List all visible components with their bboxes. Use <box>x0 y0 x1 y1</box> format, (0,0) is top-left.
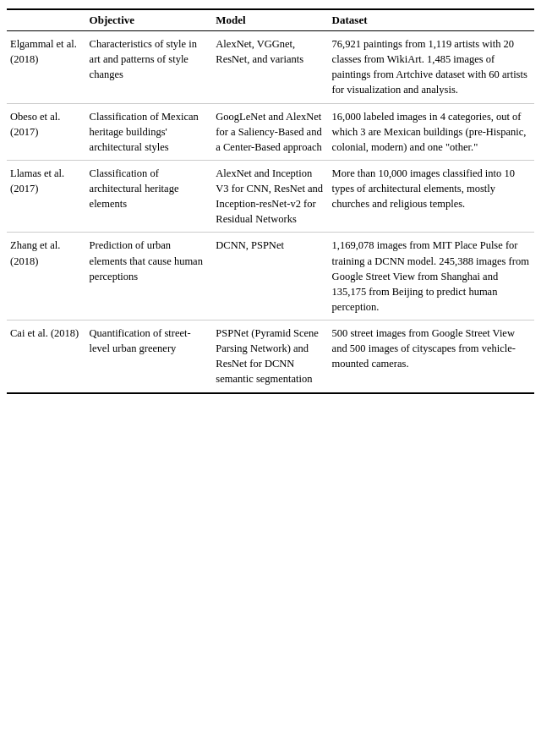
header-dataset: Dataset <box>329 9 534 31</box>
table-row: Cai et al. (2018)Quantification of stree… <box>7 320 534 393</box>
cell-dataset: 76,921 paintings from 1,119 artists with… <box>329 31 534 104</box>
cell-dataset: 500 street images from Google Street Vie… <box>329 320 534 393</box>
cell-model: PSPNet (Pyramid Scene Parsing Network) a… <box>212 320 328 393</box>
cell-objective: Classification of architectural heritage… <box>86 160 213 233</box>
cell-author: Cai et al. (2018) <box>7 320 86 393</box>
cell-author: Zhang et al. (2018) <box>7 233 86 320</box>
cell-author: Llamas et al. (2017) <box>7 160 86 233</box>
cell-author: Elgammal et al. (2018) <box>7 31 86 104</box>
table-row: Zhang et al. (2018)Prediction of urban e… <box>7 233 534 320</box>
cell-dataset: 16,000 labeled images in 4 categories, o… <box>329 103 534 160</box>
cell-model: AlexNet and Inception V3 for CNN, ResNet… <box>212 160 328 233</box>
cell-model: GoogLeNet and AlexNet for a Saliency-Bas… <box>212 103 328 160</box>
header-model: Model <box>212 9 328 31</box>
table-row: Llamas et al. (2017)Classification of ar… <box>7 160 534 233</box>
research-table: Objective Model Dataset Elgammal et al. … <box>7 8 534 394</box>
cell-model: DCNN, PSPNet <box>212 233 328 320</box>
cell-dataset: 1,169,078 images from MIT Place Pulse fo… <box>329 233 534 320</box>
table-container: Objective Model Dataset Elgammal et al. … <box>0 0 541 403</box>
cell-objective: Characteristics of style in art and patt… <box>86 31 213 104</box>
cell-objective: Prediction of urban elements that cause … <box>86 233 213 320</box>
table-row: Elgammal et al. (2018)Characteristics of… <box>7 31 534 104</box>
cell-objective: Quantification of street-level urban gre… <box>86 320 213 393</box>
cell-dataset: More than 10,000 images classified into … <box>329 160 534 233</box>
table-row: Obeso et al. (2017)Classification of Mex… <box>7 103 534 160</box>
cell-author: Obeso et al. (2017) <box>7 103 86 160</box>
header-author <box>7 9 86 31</box>
cell-objective: Classification of Mexican heritage build… <box>86 103 213 160</box>
header-objective: Objective <box>86 9 213 31</box>
cell-model: AlexNet, VGGnet, ResNet, and variants <box>212 31 328 104</box>
